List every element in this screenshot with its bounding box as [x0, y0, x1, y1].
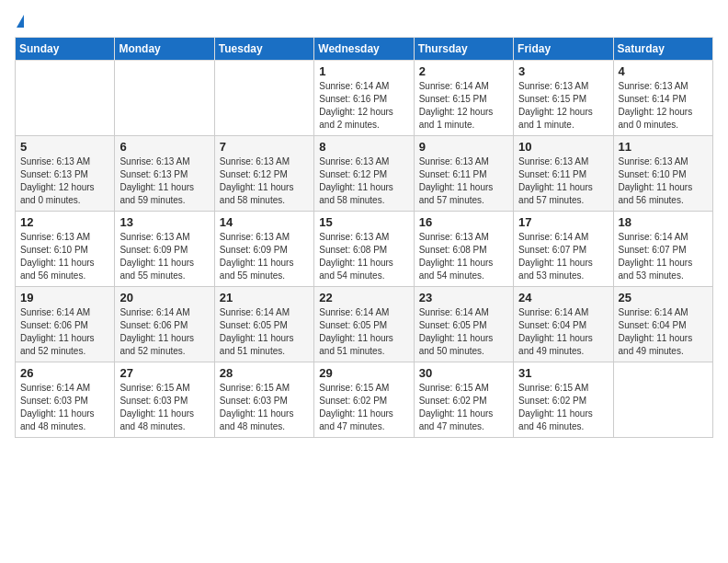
day-info: Sunrise: 6:13 AM Sunset: 6:10 PM Dayligh… — [20, 231, 109, 282]
day-number: 21 — [220, 291, 309, 304]
day-number: 24 — [518, 291, 608, 304]
day-cell: 15Sunrise: 6:13 AM Sunset: 6:08 PM Dayli… — [314, 212, 414, 287]
day-info: Sunrise: 6:14 AM Sunset: 6:04 PM Dayligh… — [619, 306, 708, 358]
day-cell: 7Sunrise: 6:13 AM Sunset: 6:12 PM Daylig… — [214, 136, 313, 212]
day-info: Sunrise: 6:14 AM Sunset: 6:03 PM Dayligh… — [20, 382, 109, 433]
day-info: Sunrise: 6:13 AM Sunset: 6:08 PM Dayligh… — [419, 231, 508, 282]
day-number: 5 — [20, 140, 109, 154]
day-cell: 2Sunrise: 6:14 AM Sunset: 6:15 PM Daylig… — [414, 61, 513, 136]
day-number: 16 — [419, 215, 508, 229]
day-info: Sunrise: 6:14 AM Sunset: 6:15 PM Dayligh… — [419, 80, 508, 132]
day-info: Sunrise: 6:13 AM Sunset: 6:09 PM Dayligh… — [220, 231, 309, 282]
day-cell: 24Sunrise: 6:14 AM Sunset: 6:04 PM Dayli… — [514, 287, 613, 362]
day-cell: 26Sunrise: 6:14 AM Sunset: 6:03 PM Dayli… — [16, 362, 115, 438]
day-cell: 21Sunrise: 6:14 AM Sunset: 6:05 PM Dayli… — [214, 287, 313, 362]
day-number: 31 — [518, 366, 608, 380]
day-info: Sunrise: 6:14 AM Sunset: 6:05 PM Dayligh… — [319, 306, 408, 358]
day-cell: 8Sunrise: 6:13 AM Sunset: 6:12 PM Daylig… — [314, 136, 414, 212]
day-number: 8 — [319, 140, 408, 154]
week-row-2: 5Sunrise: 6:13 AM Sunset: 6:13 PM Daylig… — [16, 136, 713, 212]
day-cell — [115, 61, 214, 136]
week-row-4: 19Sunrise: 6:14 AM Sunset: 6:06 PM Dayli… — [16, 287, 713, 362]
day-info: Sunrise: 6:14 AM Sunset: 6:04 PM Dayligh… — [518, 306, 608, 358]
day-info: Sunrise: 6:14 AM Sunset: 6:06 PM Dayligh… — [119, 306, 209, 358]
day-number: 29 — [319, 366, 408, 380]
day-info: Sunrise: 6:13 AM Sunset: 6:12 PM Dayligh… — [319, 155, 408, 207]
day-info: Sunrise: 6:15 AM Sunset: 6:02 PM Dayligh… — [319, 382, 408, 433]
day-number: 9 — [419, 140, 508, 154]
day-number: 11 — [619, 140, 708, 154]
weekday-header-tuesday: Tuesday — [214, 38, 313, 61]
day-number: 27 — [119, 366, 209, 380]
day-cell: 14Sunrise: 6:13 AM Sunset: 6:09 PM Dayli… — [214, 212, 313, 287]
day-cell: 22Sunrise: 6:14 AM Sunset: 6:05 PM Dayli… — [314, 287, 414, 362]
day-number: 14 — [220, 215, 309, 229]
weekday-header-row: SundayMondayTuesdayWednesdayThursdayFrid… — [16, 38, 713, 61]
day-number: 25 — [619, 291, 708, 304]
logo-icon — [17, 15, 24, 28]
day-cell: 3Sunrise: 6:13 AM Sunset: 6:15 PM Daylig… — [514, 61, 613, 136]
weekday-header-thursday: Thursday — [414, 38, 513, 61]
weekday-header-wednesday: Wednesday — [314, 38, 414, 61]
day-number: 2 — [419, 64, 508, 78]
day-number: 18 — [619, 215, 708, 229]
day-number: 3 — [518, 64, 608, 78]
day-number: 15 — [319, 215, 408, 229]
day-cell: 29Sunrise: 6:15 AM Sunset: 6:02 PM Dayli… — [314, 362, 414, 438]
week-row-1: 1Sunrise: 6:14 AM Sunset: 6:16 PM Daylig… — [16, 61, 713, 136]
day-info: Sunrise: 6:13 AM Sunset: 6:08 PM Dayligh… — [319, 231, 408, 282]
day-number: 4 — [619, 64, 708, 78]
calendar-table: SundayMondayTuesdayWednesdayThursdayFrid… — [15, 37, 713, 438]
day-cell: 23Sunrise: 6:14 AM Sunset: 6:05 PM Dayli… — [414, 287, 513, 362]
day-info: Sunrise: 6:13 AM Sunset: 6:15 PM Dayligh… — [518, 80, 608, 132]
day-info: Sunrise: 6:13 AM Sunset: 6:12 PM Dayligh… — [220, 155, 309, 207]
day-number: 19 — [20, 291, 109, 304]
day-cell: 25Sunrise: 6:14 AM Sunset: 6:04 PM Dayli… — [613, 287, 712, 362]
day-cell: 30Sunrise: 6:15 AM Sunset: 6:02 PM Dayli… — [414, 362, 513, 438]
day-number: 30 — [419, 366, 508, 380]
day-info: Sunrise: 6:14 AM Sunset: 6:05 PM Dayligh… — [419, 306, 508, 358]
day-cell: 16Sunrise: 6:13 AM Sunset: 6:08 PM Dayli… — [414, 212, 513, 287]
day-cell: 28Sunrise: 6:15 AM Sunset: 6:03 PM Dayli… — [214, 362, 313, 438]
day-cell: 20Sunrise: 6:14 AM Sunset: 6:06 PM Dayli… — [115, 287, 214, 362]
week-row-5: 26Sunrise: 6:14 AM Sunset: 6:03 PM Dayli… — [16, 362, 713, 438]
day-cell: 19Sunrise: 6:14 AM Sunset: 6:06 PM Dayli… — [16, 287, 115, 362]
day-number: 23 — [419, 291, 508, 304]
day-cell: 9Sunrise: 6:13 AM Sunset: 6:11 PM Daylig… — [414, 136, 513, 212]
day-info: Sunrise: 6:13 AM Sunset: 6:09 PM Dayligh… — [119, 231, 209, 282]
day-number: 20 — [119, 291, 209, 304]
day-info: Sunrise: 6:13 AM Sunset: 6:11 PM Dayligh… — [518, 155, 608, 207]
day-number: 6 — [119, 140, 209, 154]
day-number: 22 — [319, 291, 408, 304]
day-number: 10 — [518, 140, 608, 154]
day-cell: 27Sunrise: 6:15 AM Sunset: 6:03 PM Dayli… — [115, 362, 214, 438]
day-cell: 31Sunrise: 6:15 AM Sunset: 6:02 PM Dayli… — [514, 362, 613, 438]
day-info: Sunrise: 6:15 AM Sunset: 6:03 PM Dayligh… — [119, 382, 209, 433]
day-info: Sunrise: 6:13 AM Sunset: 6:13 PM Dayligh… — [119, 155, 209, 207]
day-info: Sunrise: 6:13 AM Sunset: 6:14 PM Dayligh… — [619, 80, 708, 132]
day-number: 17 — [518, 215, 608, 229]
day-cell: 13Sunrise: 6:13 AM Sunset: 6:09 PM Dayli… — [115, 212, 214, 287]
day-info: Sunrise: 6:15 AM Sunset: 6:03 PM Dayligh… — [220, 382, 309, 433]
weekday-header-sunday: Sunday — [16, 38, 115, 61]
day-cell: 11Sunrise: 6:13 AM Sunset: 6:10 PM Dayli… — [613, 136, 712, 212]
day-info: Sunrise: 6:14 AM Sunset: 6:07 PM Dayligh… — [518, 231, 608, 282]
day-info: Sunrise: 6:14 AM Sunset: 6:06 PM Dayligh… — [20, 306, 109, 358]
day-info: Sunrise: 6:14 AM Sunset: 6:05 PM Dayligh… — [220, 306, 309, 358]
day-cell: 1Sunrise: 6:14 AM Sunset: 6:16 PM Daylig… — [314, 61, 414, 136]
day-number: 13 — [119, 215, 209, 229]
day-cell: 10Sunrise: 6:13 AM Sunset: 6:11 PM Dayli… — [514, 136, 613, 212]
page-header — [15, 15, 713, 28]
weekday-header-saturday: Saturday — [613, 38, 712, 61]
day-number: 7 — [220, 140, 309, 154]
day-cell: 12Sunrise: 6:13 AM Sunset: 6:10 PM Dayli… — [16, 212, 115, 287]
week-row-3: 12Sunrise: 6:13 AM Sunset: 6:10 PM Dayli… — [16, 212, 713, 287]
day-number: 1 — [319, 64, 408, 78]
day-info: Sunrise: 6:13 AM Sunset: 6:11 PM Dayligh… — [419, 155, 508, 207]
weekday-header-monday: Monday — [115, 38, 214, 61]
day-number: 28 — [220, 366, 309, 380]
day-number: 26 — [20, 366, 109, 380]
day-cell: 18Sunrise: 6:14 AM Sunset: 6:07 PM Dayli… — [613, 212, 712, 287]
day-info: Sunrise: 6:13 AM Sunset: 6:10 PM Dayligh… — [619, 155, 708, 207]
day-cell: 4Sunrise: 6:13 AM Sunset: 6:14 PM Daylig… — [613, 61, 712, 136]
